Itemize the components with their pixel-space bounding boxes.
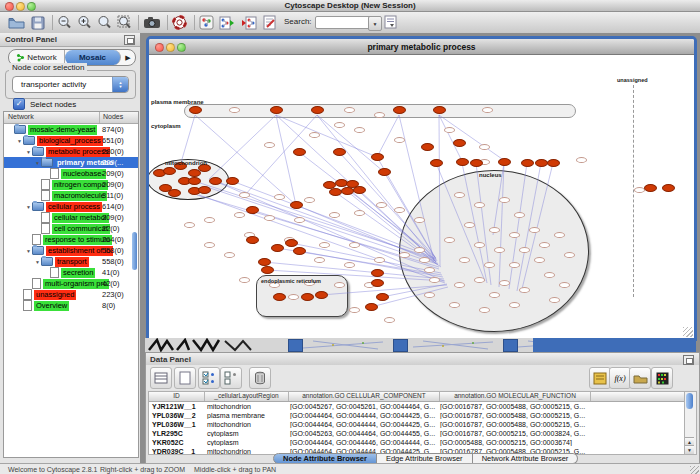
vizmapper-icon[interactable] (199, 14, 214, 31)
network-edge[interactable] (276, 115, 377, 157)
search-input[interactable] (315, 16, 371, 29)
network-node-small[interactable] (349, 307, 360, 313)
network-node-small[interactable] (399, 252, 410, 258)
network-node[interactable] (311, 106, 324, 114)
network-node[interactable] (301, 293, 314, 301)
network-node-small[interactable] (424, 292, 435, 298)
node-color-combobox[interactable]: transporter activity ▲▼ (12, 76, 129, 93)
table-column-header[interactable]: annotation.GO MOLECULAR_FUNCTION (440, 392, 591, 401)
network-node[interactable] (270, 106, 283, 114)
network-canvas[interactable]: plasma membrane cytoplasm mitochondrion … (149, 55, 694, 338)
tree-row[interactable]: cellular metabol209(0) (4, 212, 138, 223)
network-node-small[interactable] (444, 127, 455, 133)
network-node-small[interactable] (444, 237, 455, 243)
network-node[interactable] (547, 159, 560, 167)
tree-scrollbar-thumb[interactable] (132, 232, 137, 270)
help-lifesaver-icon[interactable] (172, 14, 187, 31)
zoom-out-icon[interactable] (57, 14, 72, 31)
network-edge[interactable] (382, 284, 447, 297)
tree-row[interactable]: secretion41(0) (4, 267, 138, 278)
network-node-small[interactable] (464, 222, 475, 228)
network-edge[interactable] (335, 192, 441, 267)
network-node-small[interactable] (424, 267, 435, 273)
new-attribute-icon[interactable] (174, 367, 196, 389)
network-node-small[interactable] (354, 127, 365, 133)
network-node-small[interactable] (374, 112, 385, 118)
network-edge[interactable] (180, 115, 195, 166)
more-tabs-arrow-icon[interactable]: ▶ (121, 50, 135, 65)
save-icon[interactable] (31, 14, 45, 31)
table-column-header[interactable]: annotation.GO CELLULAR_COMPONENT (289, 392, 440, 401)
network-node[interactable] (470, 159, 483, 167)
network-node[interactable] (453, 139, 466, 147)
network-node[interactable] (393, 106, 406, 114)
network-node-small[interactable] (474, 277, 485, 283)
network-edge[interactable] (399, 115, 434, 261)
network-node-small[interactable] (529, 227, 540, 233)
unselect-all-attributes-icon[interactable] (220, 367, 242, 389)
network-node[interactable] (644, 184, 657, 192)
network-node-small[interactable] (334, 122, 345, 128)
network-node-small[interactable] (454, 192, 465, 198)
attribute-table[interactable]: ID_cellularLayoutRegionannotation.GO CEL… (148, 391, 688, 455)
select-nodes-checkbox[interactable]: ✓ (13, 98, 25, 110)
table-row[interactable]: YPL036W__2plasma membrane[GO:0044464, GO… (149, 411, 687, 420)
network-node[interactable] (293, 247, 306, 255)
network-node-small[interactable] (384, 317, 395, 323)
network-node[interactable] (258, 258, 271, 266)
network-node-small[interactable] (499, 280, 510, 286)
network-node-small[interactable] (576, 157, 587, 163)
network-node-small[interactable] (419, 257, 430, 263)
table-row[interactable]: YLR295Ccytoplasm[GO:0045263, GO:0044464,… (149, 429, 687, 438)
network-node-small[interactable] (519, 287, 530, 293)
table-row[interactable]: YPL036W__1mitochondrion[GO:0044464, GO:0… (149, 420, 687, 429)
network-node[interactable] (273, 293, 286, 301)
network-node-small[interactable] (554, 232, 565, 238)
scroll-down-icon[interactable]: ▼ (685, 445, 694, 454)
delete-attribute-icon[interactable] (249, 367, 271, 389)
network-node-small[interactable] (394, 207, 405, 213)
network-node-small[interactable] (474, 202, 485, 208)
network-node-small[interactable] (489, 292, 500, 298)
network-edge[interactable] (439, 115, 505, 161)
tree-row[interactable]: ▼cellular process614(0) (4, 201, 138, 212)
network-node-small[interactable] (264, 142, 275, 148)
network-edge[interactable] (439, 115, 462, 161)
network-view-titlebar[interactable]: primary metabolic process (149, 39, 694, 55)
network-node-small[interactable] (479, 307, 490, 313)
table-scrollbar[interactable]: ▲ ▼ (684, 391, 697, 455)
tree-row[interactable]: ▼establishment of lo558(0) (4, 245, 138, 256)
network-edge[interactable] (439, 115, 440, 266)
network-edge[interactable] (245, 115, 317, 195)
search-options-icon[interactable] (384, 14, 398, 31)
select-all-attributes-icon[interactable] (198, 367, 220, 389)
network-edge[interactable] (384, 172, 437, 261)
table-row[interactable]: YKR052Ccytoplasm[GO:0044464, GO:0044446,… (149, 438, 687, 447)
network-node[interactable] (341, 187, 354, 195)
tree-row[interactable]: unassigned223(0) (4, 289, 138, 300)
network-node[interactable] (421, 143, 434, 151)
network-node[interactable] (226, 177, 239, 185)
network-node-small[interactable] (534, 257, 545, 263)
network-node[interactable] (376, 293, 389, 301)
network-node[interactable] (246, 206, 259, 214)
network-node-small[interactable] (204, 217, 215, 223)
network-node[interactable] (430, 159, 443, 167)
network-edge[interactable] (377, 115, 399, 157)
tree-row[interactable]: ▼primary metabo209(... (4, 157, 138, 168)
network-node-small[interactable] (184, 222, 195, 228)
network-node-small[interactable] (482, 107, 493, 113)
network-node[interactable] (378, 168, 391, 176)
network-node[interactable] (433, 106, 446, 114)
network-node[interactable] (189, 106, 202, 114)
tree-row[interactable]: ▼metabolic process280(0) (4, 146, 138, 157)
network-node[interactable] (198, 186, 211, 194)
network-node-small[interactable] (564, 252, 575, 258)
network-node-small[interactable] (239, 192, 250, 198)
network-node-small[interactable] (544, 272, 555, 278)
table-scrollbar-thumb[interactable] (686, 393, 693, 409)
network-node[interactable] (333, 148, 346, 156)
network-edge[interactable] (509, 163, 527, 289)
network-node-small[interactable] (204, 242, 215, 248)
network-node-small[interactable] (309, 132, 320, 138)
